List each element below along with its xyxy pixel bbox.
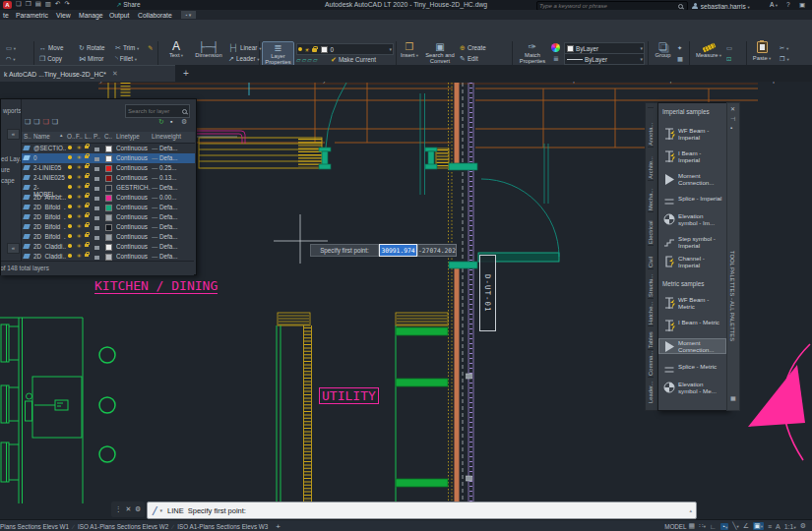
autohide-icon[interactable]: ⊣ bbox=[730, 115, 735, 122]
command-expand-icon[interactable]: ▴ bbox=[689, 507, 692, 513]
layer-freeze-icon[interactable]: ☀ bbox=[77, 253, 82, 259]
color-wheel-icon[interactable] bbox=[551, 43, 560, 53]
plot-icon[interactable]: ▥ bbox=[45, 0, 55, 7]
layer-freeze-icon[interactable]: ☀ bbox=[77, 145, 82, 150]
sort-ascending-icon[interactable]: ▲ bbox=[59, 133, 63, 138]
refresh-icon[interactable]: ↻ bbox=[158, 118, 164, 126]
grid-icon[interactable]: ▦ bbox=[689, 522, 696, 530]
palette-item-i-beam-metric[interactable]: I Beam - Metric bbox=[659, 319, 725, 331]
search-icon[interactable] bbox=[677, 3, 684, 10]
layer-freeze-icon[interactable]: ☀ bbox=[77, 213, 82, 219]
match-properties-button[interactable]: ✑Match Properties bbox=[516, 41, 549, 65]
customize-wrench-icon[interactable]: ⚙ bbox=[135, 505, 141, 513]
set-current-layer-icon[interactable]: ❏ bbox=[52, 118, 61, 125]
layer-color-swatch[interactable] bbox=[105, 185, 112, 192]
snap-icon[interactable]: ∷▾ bbox=[699, 522, 706, 530]
palette-item-splice-metric[interactable]: Splice - Metric bbox=[659, 363, 725, 376]
layer-search-input[interactable] bbox=[126, 107, 181, 115]
palette-menu-icon[interactable]: ▦ bbox=[730, 394, 736, 401]
palette-item-splice-imperial[interactable]: Splice - Imperial bbox=[659, 195, 725, 207]
id-point-icon[interactable]: ⊡ bbox=[726, 55, 731, 62]
layout-tab-w2[interactable]: ISO A1-Plans Sections Elevs W2 bbox=[78, 523, 168, 530]
measure-button[interactable]: Measure ▾ bbox=[695, 41, 722, 59]
move-button[interactable]: ↔Move bbox=[39, 44, 63, 51]
palette-item-wf-beam-imperial[interactable]: WF Beam - Imperial bbox=[659, 127, 725, 141]
layer-row[interactable]: 2-LINIE025☀Continuous0.13... bbox=[22, 173, 195, 183]
linear-button[interactable]: ├┤Linear ▾ bbox=[228, 44, 261, 51]
insert-button[interactable]: ❒Insert ▾ bbox=[399, 41, 420, 59]
layer-toolbar[interactable]: ❏❏❏❏ bbox=[25, 118, 61, 126]
share-button[interactable]: ↗ Share bbox=[116, 1, 141, 9]
new-file-icon[interactable]: ❏ bbox=[16, 0, 26, 7]
dynamic-input-y[interactable]: -27074.202 bbox=[417, 244, 457, 257]
layer-row[interactable]: 2-MOBEL-...☀GESTRICH...Defa... bbox=[22, 183, 195, 193]
layer-row[interactable]: @SECTIO...☀ContinuousDefa... bbox=[22, 144, 195, 153]
new-frozen-layer-icon[interactable]: ❏ bbox=[33, 118, 42, 125]
layer-color-swatch[interactable] bbox=[105, 175, 112, 182]
palette-tab-structural[interactable]: Structu... bbox=[648, 268, 654, 297]
drawing-tab[interactable]: k AutoCAD ...Tiny_House-2D_HC* ✕ bbox=[0, 65, 175, 82]
annotation-visibility-icon[interactable]: A bbox=[776, 523, 781, 530]
ribbon-tab-output[interactable]: Output bbox=[109, 12, 129, 19]
layer-color-swatch[interactable] bbox=[105, 195, 112, 202]
layer-row[interactable]: 2D_Bifold_...☀ContinuousDefa... bbox=[22, 212, 195, 222]
copy-button[interactable]: ❐Copy bbox=[39, 55, 62, 63]
layer-freeze-icon[interactable]: ☀ bbox=[77, 154, 82, 160]
new-drawing-tab-button[interactable]: + bbox=[183, 68, 189, 79]
command-line-grip[interactable]: ⋮ ✕ ⚙ bbox=[111, 502, 145, 517]
erase-icon[interactable]: ✎ bbox=[148, 44, 153, 51]
help-icon[interactable]: ? bbox=[786, 1, 790, 8]
layer-row-selected[interactable]: 0☀ContinuousDefa... bbox=[22, 153, 195, 163]
palette-item-i-beam-imperial[interactable]: I Beam - Imperial bbox=[659, 149, 725, 163]
layout-tab-w3[interactable]: ISO A1-Plans Sections Elevs W3 bbox=[177, 523, 268, 530]
quick-select-icon[interactable]: ▭ bbox=[726, 44, 732, 51]
palette-item-elevation-symbol-metric[interactable]: Elevation symbol - Me... bbox=[659, 381, 725, 394]
layer-color-swatch[interactable] bbox=[105, 155, 112, 162]
palette-tab-architectural[interactable]: Archite... bbox=[648, 147, 654, 179]
polar-tracking-icon[interactable]: ◔▾ bbox=[720, 523, 729, 530]
layer-color-swatch[interactable] bbox=[105, 224, 112, 231]
layer-color-swatch[interactable] bbox=[105, 234, 112, 241]
customization-gear-icon[interactable]: ⚙ bbox=[800, 522, 806, 530]
palette-tab-command[interactable]: Comma... bbox=[648, 349, 654, 376]
layer-row[interactable]: 2D_Claddi...☀ContinuousDefa... bbox=[22, 242, 195, 252]
palette-item-moment-connection-metric[interactable]: Moment Connection... bbox=[659, 339, 725, 353]
close-palette-icon[interactable]: ✕ bbox=[730, 105, 735, 112]
quick-access-toolbar[interactable]: ❏❒▤▥↶↷ bbox=[16, 0, 74, 8]
dynamic-input-x[interactable]: 30991.974 bbox=[379, 244, 417, 257]
layer-table-header[interactable]: S.. Name ▲ O.. F.. L.. P.. C.. Linetype … bbox=[22, 132, 195, 144]
trim-button[interactable]: ✂Trim ▾ bbox=[115, 44, 139, 52]
rotate-button[interactable]: ↻Rotate bbox=[79, 44, 104, 52]
ribbon-tab-view[interactable]: View bbox=[56, 12, 71, 19]
close-tab-icon[interactable]: ✕ bbox=[112, 70, 118, 78]
create-block-button[interactable]: ⊕Create bbox=[460, 44, 486, 52]
ungroup-icon[interactable]: ✦ bbox=[677, 44, 682, 51]
layer-color-swatch[interactable] bbox=[105, 146, 112, 152]
settings-gear-icon[interactable]: ⚙ bbox=[181, 118, 187, 126]
layer-color-swatch[interactable] bbox=[105, 165, 112, 172]
layer-freeze-icon[interactable]: ☀ bbox=[77, 233, 82, 239]
ribbon-tab-home[interactable]: te bbox=[3, 12, 9, 19]
ribbon-options-button[interactable]: ▪ ▾ bbox=[181, 11, 196, 19]
fillet-button[interactable]: ◝Fillet ▾ bbox=[115, 55, 137, 63]
palette-tab-annotation[interactable]: Annota... bbox=[648, 107, 654, 146]
mirror-button[interactable]: ⋈Mirror bbox=[79, 55, 103, 63]
osnap-icon[interactable]: ▣▾ bbox=[753, 522, 764, 530]
collapse-filter-icon[interactable]: « bbox=[7, 129, 20, 140]
user-account[interactable]: sebastian.harris ▾ bbox=[691, 1, 750, 10]
palette-item-moment-connection-imperial[interactable]: Moment Connection... bbox=[659, 172, 725, 186]
delete-layer-icon[interactable]: ❏ bbox=[43, 118, 52, 125]
model-space-button[interactable]: MODEL bbox=[664, 523, 686, 530]
collapse-panel-icon[interactable]: « bbox=[7, 243, 20, 254]
filter-item-furniture[interactable]: ure bbox=[1, 166, 10, 173]
layer-color-swatch[interactable] bbox=[105, 254, 112, 261]
palette-item-wf-beam-metric[interactable]: WF Beam - Metric bbox=[659, 296, 725, 310]
leader-button[interactable]: ↗Leader ▾ bbox=[228, 55, 260, 63]
paste-button[interactable]: Paste ▾ bbox=[750, 41, 774, 62]
draw-rect-button[interactable]: ▭ ▾ bbox=[6, 44, 16, 51]
draw-arc-button[interactable]: ◠ ▾ bbox=[6, 55, 16, 62]
layer-tools-row1[interactable]: ▱▱▱▱ bbox=[296, 56, 319, 63]
lineweight-display-icon[interactable]: ≡ bbox=[768, 523, 772, 530]
layer-row[interactable]: 2D_Annot...☀Continuous0.00... bbox=[22, 193, 195, 203]
isolate-icon[interactable]: ▪ bbox=[170, 118, 172, 125]
